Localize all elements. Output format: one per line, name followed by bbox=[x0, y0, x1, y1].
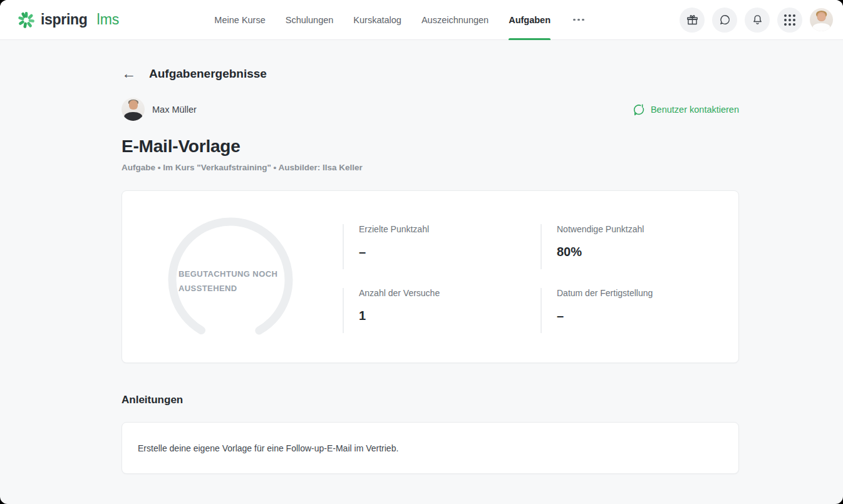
stat-value: – bbox=[557, 309, 738, 323]
back-arrow-icon[interactable]: ← bbox=[122, 66, 136, 81]
status-gauge: BEGUTACHTUNG NOCH AUSSTEHEND bbox=[122, 191, 343, 363]
contact-user-label: Benutzer kontaktieren bbox=[651, 105, 739, 115]
gift-button[interactable] bbox=[680, 8, 705, 33]
stat-label: Erzielte Punktzahl bbox=[359, 224, 540, 234]
stat-value: 1 bbox=[359, 309, 540, 323]
contact-user-link[interactable]: Benutzer kontaktieren bbox=[632, 103, 739, 116]
main-content: ← Aufgabenergebnisse Max Müller Benutzer… bbox=[0, 40, 843, 474]
stat-notwendige-punktzahl: Notwendige Punktzahl 80% bbox=[540, 224, 738, 269]
page-title-aufgabenergebnisse: Aufgabenergebnisse bbox=[149, 67, 267, 81]
stat-anzahl-versuche: Anzahl der Versuche 1 bbox=[343, 288, 540, 333]
page-header-row: ← Aufgabenergebnisse bbox=[122, 40, 739, 81]
more-menu-icon[interactable] bbox=[571, 0, 587, 40]
apps-launcher-button[interactable] bbox=[777, 8, 802, 33]
nav-item-aufgaben-active[interactable]: Aufgaben bbox=[509, 0, 551, 40]
instructions-heading: Anleitungen bbox=[122, 394, 739, 406]
nav-item-kurskatalog[interactable]: Kurskatalog bbox=[353, 0, 401, 40]
stat-erzielte-punktzahl: Erzielte Punktzahl – bbox=[343, 224, 540, 269]
user-name: Max Müller bbox=[152, 105, 197, 115]
stat-label: Datum der Fertigstellung bbox=[557, 288, 738, 298]
bell-icon bbox=[751, 13, 764, 26]
gift-icon bbox=[686, 13, 699, 26]
messages-button[interactable] bbox=[712, 8, 737, 33]
assignment-meta: Aufgabe • Im Kurs "Verkaufstraining" • A… bbox=[122, 163, 739, 172]
nav-item-schulungen[interactable]: Schulungen bbox=[286, 0, 334, 40]
instructions-text: Erstelle deine eigene Vorlage für eine F… bbox=[138, 443, 398, 453]
logo-brand-text: ispring bbox=[41, 11, 88, 28]
apps-grid-icon bbox=[784, 14, 795, 26]
top-navigation-bar: ispringlms Meine Kurse Schulungen Kurska… bbox=[0, 0, 843, 40]
stat-label: Anzahl der Versuche bbox=[359, 288, 540, 298]
ispring-lms-logo[interactable]: ispringlms bbox=[18, 11, 119, 29]
assignment-title: E-Mail-Vorlage bbox=[122, 136, 739, 157]
stat-value: – bbox=[359, 245, 540, 259]
nav-item-meine-kurse[interactable]: Meine Kurse bbox=[214, 0, 265, 40]
main-nav: Meine Kurse Schulungen Kurskatalog Ausze… bbox=[214, 0, 586, 40]
stat-datum-fertigstellung: Datum der Fertigstellung – bbox=[540, 288, 738, 333]
stat-label: Notwendige Punktzahl bbox=[557, 224, 738, 234]
chat-bubble-icon bbox=[718, 13, 732, 26]
ispring-spinner-icon bbox=[18, 11, 35, 29]
contact-chat-icon bbox=[632, 103, 646, 116]
instructions-card: Erstelle deine eigene Vorlage für eine F… bbox=[122, 422, 739, 474]
gauge-status-text: BEGUTACHTUNG NOCH AUSSTEHEND bbox=[178, 267, 286, 296]
stats-grid: Erzielte Punktzahl – Notwendige Punktzah… bbox=[343, 191, 738, 363]
nav-item-auszeichnungen[interactable]: Auszeichnungen bbox=[422, 0, 489, 40]
user-row: Max Müller Benutzer kontaktieren bbox=[122, 98, 739, 121]
user-avatar bbox=[122, 98, 145, 121]
notifications-button[interactable] bbox=[745, 8, 770, 33]
logo-product-text: lms bbox=[97, 11, 120, 28]
stat-value: 80% bbox=[557, 245, 738, 259]
results-card: BEGUTACHTUNG NOCH AUSSTEHEND Erzielte Pu… bbox=[122, 190, 739, 363]
profile-avatar[interactable] bbox=[810, 8, 833, 31]
header-actions bbox=[680, 8, 833, 33]
app-window: ispringlms Meine Kurse Schulungen Kurska… bbox=[0, 0, 843, 504]
